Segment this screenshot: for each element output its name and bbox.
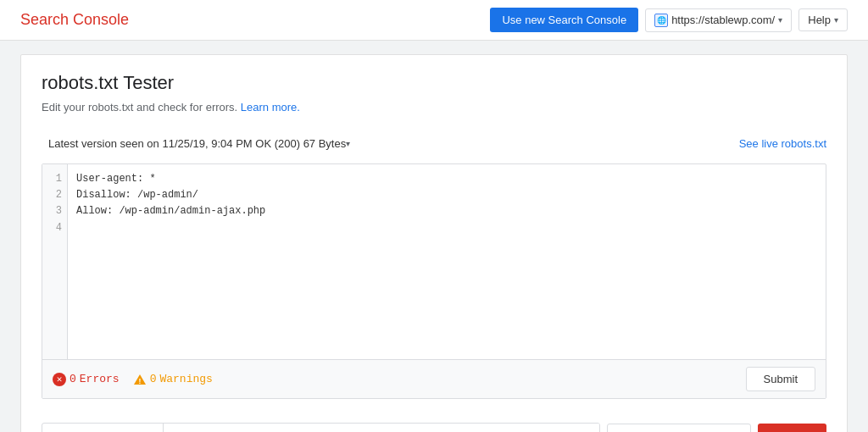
- error-icon: ✕: [53, 373, 66, 386]
- test-bar: https://stablewp.com/ Googlebot Googlebo…: [42, 413, 826, 432]
- site-url-label: https://stablewp.com/: [671, 14, 775, 26]
- status-indicators: ✕ 0 Errors ! 0 Warnings: [53, 373, 213, 386]
- page-description: Edit your robots.txt and check for error…: [42, 101, 826, 114]
- page-title: robots.txt Tester: [42, 72, 826, 94]
- line-number: 2: [47, 187, 62, 203]
- header: Search Console Use new Search Console 🌐 …: [0, 0, 868, 41]
- url-test-input[interactable]: [164, 424, 599, 432]
- editor-footer: ✕ 0 Errors ! 0 Warnings Submit: [42, 359, 826, 398]
- errors-count: 0: [70, 373, 76, 385]
- version-label: Latest version seen on 11/25/19, 9:04 PM…: [48, 137, 346, 150]
- version-bar: Latest version seen on 11/25/19, 9:04 PM…: [42, 127, 826, 160]
- learn-more-link[interactable]: Learn more.: [241, 101, 300, 114]
- chevron-down-icon: ▾: [834, 15, 838, 25]
- robots-editor: 1 2 3 4 User-agent: * Disallow: /wp-admi…: [42, 163, 826, 399]
- svg-text:!: !: [137, 378, 142, 385]
- bot-selector-wrapper: Googlebot Googlebot-Image Googlebot-News…: [607, 424, 751, 432]
- line-number: 3: [47, 203, 62, 219]
- description-text: Edit your robots.txt and check for error…: [42, 101, 237, 114]
- help-label: Help: [808, 14, 831, 26]
- site-selector-button[interactable]: 🌐 https://stablewp.com/ ▾: [645, 8, 792, 32]
- chevron-down-icon: ▾: [778, 15, 782, 25]
- see-live-link[interactable]: See live robots.txt: [739, 137, 826, 150]
- error-badge: ✕ 0 Errors: [53, 373, 120, 386]
- help-button[interactable]: Help ▾: [798, 8, 848, 31]
- main-content: robots.txt Tester Edit your robots.txt a…: [20, 54, 848, 432]
- header-actions: Use new Search Console 🌐 https://stablew…: [490, 8, 848, 32]
- warning-icon: !: [133, 373, 147, 386]
- version-selector-button[interactable]: Latest version seen on 11/25/19, 9:04 PM…: [42, 134, 357, 153]
- errors-label: Errors: [80, 373, 120, 385]
- line-number: 4: [47, 220, 62, 236]
- new-search-console-button[interactable]: Use new Search Console: [490, 8, 638, 32]
- warnings-count: 0: [150, 373, 157, 385]
- chevron-down-icon: ▾: [346, 139, 350, 148]
- test-button[interactable]: TEST: [758, 424, 826, 432]
- app-title: Search Console: [20, 11, 129, 29]
- warnings-label: Warnings: [159, 373, 212, 385]
- line-numbers: 1 2 3 4: [42, 164, 68, 359]
- line-number: 1: [47, 171, 62, 187]
- code-content[interactable]: User-agent: * Disallow: /wp-admin/ Allow…: [68, 164, 826, 359]
- submit-button[interactable]: Submit: [746, 367, 815, 391]
- bot-selector[interactable]: Googlebot Googlebot-Image Googlebot-News…: [607, 424, 751, 432]
- warning-badge: ! 0 Warnings: [133, 373, 213, 386]
- url-prefix: https://stablewp.com/: [42, 424, 164, 432]
- url-input-container: https://stablewp.com/: [42, 423, 600, 432]
- editor-inner: 1 2 3 4 User-agent: * Disallow: /wp-admi…: [42, 164, 826, 359]
- site-icon: 🌐: [654, 14, 668, 27]
